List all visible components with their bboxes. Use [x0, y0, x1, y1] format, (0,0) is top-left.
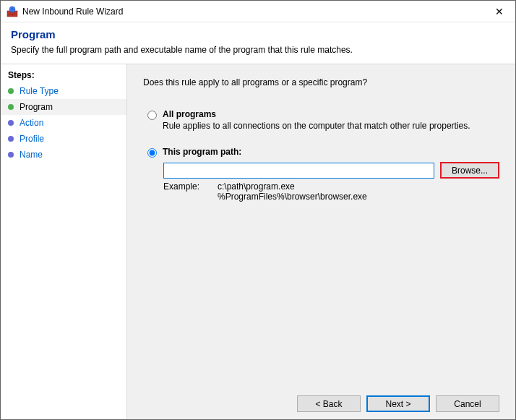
example-row: Example: c:\path\program.exe %ProgramFil… [163, 181, 499, 202]
step-label[interactable]: Name [20, 150, 43, 160]
firewall-icon [7, 6, 18, 17]
step-name[interactable]: Name [1, 147, 126, 163]
option-program-path[interactable]: This program path: [147, 147, 499, 158]
svg-rect-5 [9, 14, 9, 17]
program-path-input[interactable] [163, 163, 434, 179]
step-bullet-icon [8, 152, 14, 158]
step-program[interactable]: Program [1, 99, 126, 115]
example-label: Example: [163, 181, 218, 202]
close-button[interactable]: ✕ [483, 1, 515, 22]
option-path-label: This program path: [163, 147, 241, 157]
window-title: New Inbound Rule Wizard [22, 7, 483, 17]
option-all-desc: Rule applies to all connections on the c… [163, 121, 499, 131]
step-action[interactable]: Action [1, 115, 126, 131]
next-button[interactable]: Next > [366, 395, 430, 412]
step-profile[interactable]: Profile [1, 131, 126, 147]
option-group: All programs Rule applies to all connect… [147, 109, 499, 202]
step-bullet-icon [8, 88, 14, 94]
cancel-button[interactable]: Cancel [436, 395, 499, 412]
page-title: Program [11, 28, 505, 40]
page-subtitle: Specify the full program path and execut… [11, 45, 505, 55]
radio-program-path[interactable] [147, 148, 157, 158]
step-bullet-icon [8, 136, 14, 142]
radio-all-programs[interactable] [147, 111, 157, 120]
step-bullet-icon [8, 120, 14, 126]
svg-rect-6 [12, 14, 13, 17]
step-label[interactable]: Rule Type [20, 86, 59, 96]
wizard-header: Program Specify the full program path an… [1, 22, 515, 64]
step-rule-type[interactable]: Rule Type [1, 83, 126, 99]
titlebar: New Inbound Rule Wizard ✕ [1, 1, 515, 22]
steps-title: Steps: [1, 67, 126, 83]
example-text: c:\path\program.exe %ProgramFiles%\brows… [218, 181, 367, 202]
option-all-label: All programs [163, 109, 216, 119]
wizard-content: Does this rule apply to all programs or … [127, 64, 515, 419]
step-label[interactable]: Program [20, 102, 53, 112]
wizard-footer: < Back Next > Cancel [143, 384, 499, 412]
browse-button[interactable]: Browse... [440, 162, 499, 179]
wizard-body: Steps: Rule TypeProgramActionProfileName… [1, 64, 515, 419]
back-button[interactable]: < Back [297, 395, 361, 412]
program-path-row: Browse... [163, 162, 499, 179]
option-all-programs[interactable]: All programs Rule applies to all connect… [147, 109, 499, 131]
step-label[interactable]: Profile [20, 134, 44, 144]
question-text: Does this rule apply to all programs or … [143, 77, 499, 87]
step-bullet-icon [8, 104, 14, 110]
wizard-window: New Inbound Rule Wizard ✕ Program Specif… [0, 0, 516, 420]
step-label[interactable]: Action [20, 118, 43, 128]
steps-sidebar: Steps: Rule TypeProgramActionProfileName [1, 64, 127, 419]
